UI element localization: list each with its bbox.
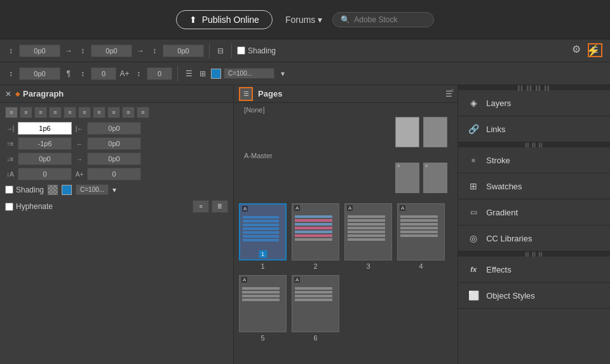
- toolbar-sep-1: [209, 43, 210, 58]
- align-center-btn[interactable]: ≡: [20, 107, 32, 118]
- pages-collapse-arrows[interactable]: «: [451, 87, 454, 94]
- links-icon: 🔗: [467, 123, 480, 135]
- arrow-right2-icon: →: [135, 45, 146, 57]
- color-dropdown-para[interactable]: C=100...: [76, 184, 109, 195]
- sidebar-item-layers[interactable]: ◈ Layers: [458, 90, 610, 116]
- paragraph-panel: ✕ ◆ Paragraph ≡ ≡ ≡ ≡ ≡ ≡ ≡ ≡ ≡ ≡ →|: [0, 85, 234, 364]
- layers-icon: ◈: [467, 97, 480, 109]
- effects-label: Effects: [486, 265, 512, 274]
- sidebar-item-swatches[interactable]: ⊞ Swatches: [458, 173, 610, 199]
- publish-online-button[interactable]: ⬆ Publish Online: [176, 10, 273, 29]
- hyphenate-checkbox[interactable]: [5, 203, 13, 211]
- color-dropdown-top[interactable]: C=100...: [224, 68, 274, 79]
- align-right2-btn[interactable]: ≡: [122, 107, 135, 118]
- para-icon-btn-2[interactable]: ≣: [212, 200, 228, 213]
- grid-align-input[interactable]: [18, 168, 72, 180]
- indent-row: →| |←: [5, 122, 228, 135]
- page-num-label-6: 6: [314, 334, 318, 342]
- align-justify2-btn[interactable]: ≡: [64, 107, 76, 118]
- page-thumb-5: A: [239, 275, 287, 332]
- toolbar-val5[interactable]: [91, 67, 116, 80]
- indent-icon: →|: [5, 125, 15, 132]
- indent-right-input[interactable]: [87, 122, 141, 135]
- align-justify5-btn[interactable]: ≡: [107, 107, 120, 118]
- forums-button[interactable]: Forums ▾: [285, 15, 322, 25]
- page-thumb-1: A 1: [239, 203, 287, 260]
- space-before-input[interactable]: [18, 137, 72, 150]
- toolbar-row-2: ↕ ¶ ↕ A+ ↕ ☰ ⊞ C=100... ▾: [0, 62, 610, 85]
- paragraph-panel-title: Paragraph: [23, 89, 64, 98]
- page-item-5[interactable]: A 5: [239, 275, 287, 342]
- page-num-label-4: 4: [419, 262, 423, 270]
- paragraph-controls: ≡ ≡ ≡ ≡ ≡ ≡ ≡ ≡ ≡ ≡ →| |← ↑≡ ←: [0, 103, 233, 217]
- arrow-up2-icon: ↕: [77, 45, 88, 57]
- sidebar-item-stroke[interactable]: ≡ Stroke: [458, 147, 610, 173]
- arrow-right-icon: →: [63, 45, 74, 57]
- text-align-icon: ¶: [63, 68, 74, 79]
- space-before-row: ↑≡ ←: [5, 137, 228, 150]
- search-icon: 🔍: [341, 15, 350, 24]
- page-thumb-2: A: [292, 203, 339, 260]
- sidebar-item-object-styles[interactable]: ⬜ Object Styles: [458, 283, 610, 309]
- sidebar-item-cc-libraries[interactable]: ◎ CC Libraries: [458, 226, 610, 252]
- left-indent-input[interactable]: [87, 137, 141, 150]
- align-justify3-btn[interactable]: ≡: [78, 107, 91, 118]
- upload-icon: ⬆: [189, 15, 197, 25]
- align-row: ≡ ≡ ≡ ≡ ≡ ≡ ≡ ≡ ≡ ≡: [5, 107, 228, 118]
- toolbar-val4[interactable]: [19, 67, 60, 80]
- color-dropdown-arrow-icon[interactable]: ▾: [112, 185, 116, 194]
- shading-checkbox-label[interactable]: Shading: [5, 185, 44, 194]
- main-area: ✕ ◆ Paragraph ≡ ≡ ≡ ≡ ≡ ≡ ≡ ≡ ≡ ≡ →|: [0, 85, 610, 364]
- color-swatch-top[interactable]: [211, 69, 221, 79]
- sidebar-item-effects[interactable]: fx Effects: [458, 257, 610, 283]
- toolbar-val6[interactable]: [147, 67, 172, 80]
- dropdown-arrow-icon[interactable]: ▾: [277, 68, 288, 79]
- arrow-up-icon: ↕: [5, 45, 17, 57]
- master-thumbs-a: A A: [239, 161, 452, 196]
- align-justify-btn[interactable]: ≡: [49, 107, 62, 118]
- master-thumb-none-1: [395, 117, 419, 147]
- color-swatch-para[interactable]: [62, 185, 72, 195]
- page-thumb-6: A: [292, 275, 339, 332]
- grid-align2-input[interactable]: [87, 168, 141, 180]
- toolbar-val1[interactable]: [19, 44, 60, 57]
- page-item-6[interactable]: A 6: [292, 275, 339, 342]
- sidebar-item-gradient[interactable]: ▭ Gradient: [458, 199, 610, 226]
- pages-menu-icon-highlighted[interactable]: ☰: [239, 87, 253, 101]
- indent-input[interactable]: [18, 122, 72, 135]
- object-styles-label: Object Styles: [486, 291, 535, 300]
- shading-checkbox[interactable]: [5, 185, 13, 194]
- page-item-2[interactable]: A 2: [292, 203, 339, 270]
- hamburger-menu-icon[interactable]: ☰: [588, 43, 602, 57]
- page-item-4[interactable]: A 4: [397, 203, 445, 270]
- right-panel-divider-1: [458, 142, 610, 147]
- gear-icon[interactable]: ⚙: [572, 43, 581, 55]
- space-after-input[interactable]: [18, 152, 72, 165]
- align-right-btn[interactable]: ≡: [34, 107, 47, 118]
- align-left-btn[interactable]: ≡: [5, 107, 18, 118]
- grid-align-row: ↕A A+: [5, 168, 228, 180]
- paragraph-close-button[interactable]: ✕: [5, 90, 11, 98]
- hyphenate-label: Hyphenate: [16, 202, 53, 211]
- right-panel-top-divider: ▐▌▐▌▐▌▐▌: [458, 85, 610, 90]
- right-indent-input[interactable]: [87, 152, 141, 165]
- toolbar-val3[interactable]: [163, 44, 204, 57]
- master-section: [None] A-Master A A: [234, 103, 458, 198]
- search-box[interactable]: 🔍 Adobe Stock: [332, 12, 434, 27]
- page-item-1[interactable]: A 1 1: [239, 203, 287, 270]
- page-num-label-5: 5: [261, 334, 265, 342]
- page-item-3[interactable]: A 3: [344, 203, 392, 270]
- align-justify4-btn[interactable]: ≡: [93, 107, 105, 118]
- space-after-icon: ↓≡: [5, 156, 15, 163]
- object-styles-icon: ⬜: [467, 289, 480, 302]
- grid-align2-icon: A+: [74, 171, 85, 178]
- shading-checkbox-top[interactable]: [237, 46, 245, 55]
- effects-icon: fx: [467, 263, 480, 276]
- gradient-label: Gradient: [486, 208, 518, 217]
- sidebar-item-links[interactable]: 🔗 Links: [458, 116, 610, 142]
- arrow-up6-icon: ↕: [133, 68, 144, 79]
- align-right3-btn[interactable]: ≡: [137, 107, 149, 118]
- toolbar-val2[interactable]: [91, 44, 132, 57]
- hyphenate-checkbox-label[interactable]: Hyphenate: [5, 202, 53, 211]
- para-icon-btn-1[interactable]: ≡: [193, 200, 209, 213]
